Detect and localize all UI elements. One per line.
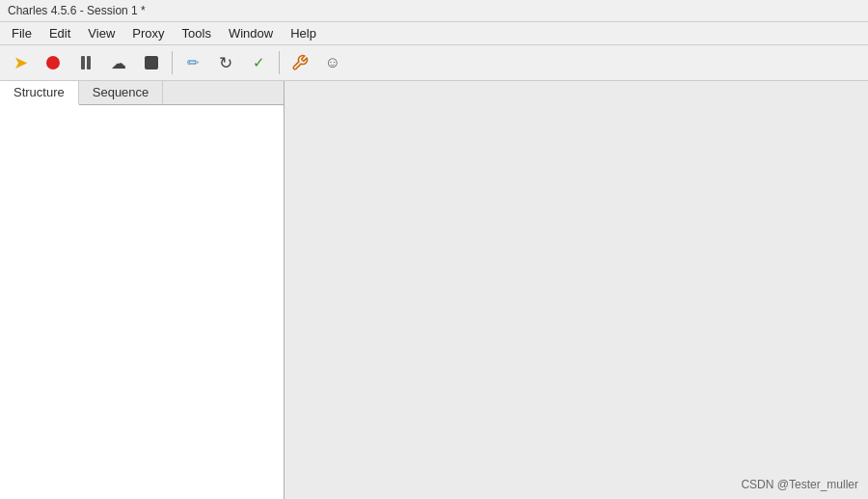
menu-view[interactable]: View <box>80 24 122 42</box>
toolbar: ➤ ☁ ✏ ↻ ✓ ☺ <box>0 45 868 81</box>
toolbar-record-button[interactable] <box>39 49 68 76</box>
toolbar-check-button[interactable]: ✓ <box>244 49 273 76</box>
stop-icon <box>145 56 158 69</box>
menu-help[interactable]: Help <box>283 24 324 42</box>
left-panel-content <box>0 105 284 499</box>
right-panel <box>285 81 868 499</box>
record-icon <box>46 56 60 69</box>
tabs-bar: Structure Sequence <box>0 81 284 105</box>
toolbar-arrow-button[interactable]: ➤ <box>6 49 35 76</box>
menu-file[interactable]: File <box>4 24 40 42</box>
wrench-icon <box>291 54 309 71</box>
toolbar-separator-2 <box>279 51 280 74</box>
cloud-icon: ☁ <box>111 54 126 72</box>
menu-proxy[interactable]: Proxy <box>124 24 172 42</box>
toolbar-separator-1 <box>172 51 173 74</box>
menu-tools[interactable]: Tools <box>175 24 219 42</box>
menu-edit[interactable]: Edit <box>41 24 78 42</box>
main-content: Structure Sequence <box>0 81 868 499</box>
menu-bar: File Edit View Proxy Tools Window Help <box>0 22 868 45</box>
pen-icon: ✏ <box>187 54 200 71</box>
toolbar-pause-button[interactable] <box>71 49 100 76</box>
arrow-icon: ➤ <box>14 52 28 73</box>
face-icon: ☺ <box>325 54 340 71</box>
toolbar-face-button[interactable]: ☺ <box>318 49 347 76</box>
pause-icon <box>81 56 91 69</box>
check-icon: ✓ <box>253 54 265 71</box>
menu-window[interactable]: Window <box>221 24 281 42</box>
tab-sequence[interactable]: Sequence <box>79 81 164 104</box>
app-title: Charles 4.5.6 - Session 1 * <box>8 4 146 17</box>
refresh-icon: ↻ <box>219 53 232 73</box>
toolbar-stop-button[interactable] <box>137 49 166 76</box>
tab-structure[interactable]: Structure <box>0 81 79 105</box>
title-bar: Charles 4.5.6 - Session 1 * <box>0 0 868 22</box>
toolbar-wrench-button[interactable] <box>285 49 314 76</box>
toolbar-cloud-button[interactable]: ☁ <box>104 49 133 76</box>
toolbar-refresh-button[interactable]: ↻ <box>211 49 240 76</box>
left-panel: Structure Sequence <box>0 81 285 499</box>
toolbar-pen-button[interactable]: ✏ <box>178 49 207 76</box>
